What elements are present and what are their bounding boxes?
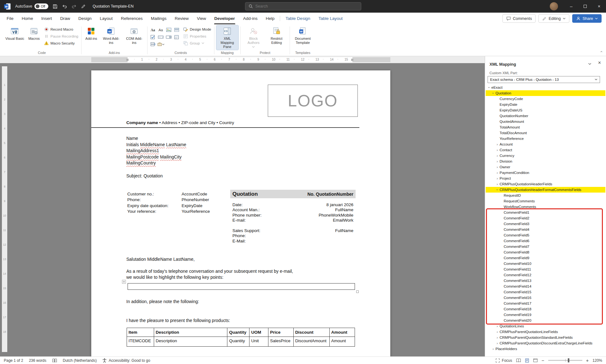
tree-item-quotationlines[interactable]: ›QuotationLines <box>486 323 605 329</box>
restrict-editing-button[interactable]: Restrict Editing <box>266 25 288 46</box>
language-indicator[interactable]: Dutch (Netherlands) <box>63 358 97 363</box>
tree-chevron-icon[interactable]: › <box>491 91 495 95</box>
tree-item-commentfield8[interactable]: CommentField8 <box>486 249 605 255</box>
tree-chevron-icon[interactable]: › <box>495 330 499 334</box>
date-picker-control-icon[interactable] <box>173 34 180 40</box>
tree-item-commentfield19[interactable]: CommentField19 <box>486 312 605 318</box>
products-table[interactable]: ItemDescriptionQuantityUOMPriceDiscountA… <box>127 328 355 347</box>
tree-item-quotation[interactable]: ›Quotation <box>486 90 605 96</box>
add-ins-button[interactable]: Add-ins <box>83 25 99 42</box>
tab-references[interactable]: References <box>117 13 147 24</box>
zoom-slider[interactable] <box>548 360 582 361</box>
tree-chevron-icon[interactable]: › <box>495 165 499 169</box>
tree-chevron-icon[interactable]: › <box>495 336 499 339</box>
tree-item-crmplusparentquotationlinefields[interactable]: ›CRMPlusParentQuotationLineFields <box>486 329 605 335</box>
table-cell[interactable]: Unit <box>249 337 268 347</box>
record-macro-button[interactable]: Record Macro <box>43 27 79 32</box>
tree-item-commentfield12[interactable]: CommentField12 <box>486 272 605 278</box>
tree-item-quotationnumber[interactable]: QuotationNumber <box>486 113 605 119</box>
com-add-ins-button[interactable]: COM Add-ins <box>123 25 145 46</box>
tree-chevron-icon[interactable]: › <box>495 341 499 345</box>
horizontal-ruler[interactable]: 1·2·3·4·5·6·7·8·9·10·11·12·13·14·15· <box>0 56 485 63</box>
tree-item-division[interactable]: ›Division <box>486 158 605 164</box>
maximize-button[interactable] <box>578 0 592 13</box>
macros-button[interactable]: Macros <box>26 25 42 42</box>
tree-item-commentfield4[interactable]: CommentField4 <box>486 227 605 232</box>
tab-design[interactable]: Design <box>74 13 96 24</box>
read-mode-icon[interactable] <box>516 358 521 362</box>
checkbox-control-icon[interactable] <box>149 34 157 40</box>
table-cell[interactable]: SalesPrice <box>268 337 293 347</box>
document-page[interactable]: LOGO Company name • Address • ZIP-code a… <box>91 70 390 356</box>
tab-layout[interactable]: Layout <box>96 13 117 24</box>
repeating-section-control-icon[interactable] <box>149 41 157 48</box>
tree-item-crmplusquotationheaderfields[interactable]: ›CRMPlusQuotationHeaderFields <box>486 181 605 187</box>
tree-item-totaldiscamount[interactable]: TotalDiscAmount <box>486 130 605 136</box>
tree-item-commentfield18[interactable]: CommentField18 <box>486 306 605 312</box>
table-cell[interactable]: Amount <box>329 337 355 347</box>
tab-view[interactable]: View <box>193 13 210 24</box>
word-count[interactable]: 236 words <box>29 358 46 363</box>
tree-item-commentfield5[interactable]: CommentField5 <box>486 232 605 238</box>
tab-review[interactable]: Review <box>171 13 193 24</box>
tab-insert[interactable]: Insert <box>37 13 56 24</box>
tree-item-account[interactable]: ›Account <box>486 141 605 147</box>
tree-item-expirydateus[interactable]: ExpiryDateUS <box>486 107 605 113</box>
undo-icon[interactable] <box>62 4 67 9</box>
pane-options-chevron-icon[interactable] <box>588 63 591 65</box>
tree-item-eexact[interactable]: ›eExact <box>486 85 605 90</box>
collapse-ribbon-icon[interactable]: › <box>598 51 603 52</box>
customize-pen-icon[interactable] <box>81 4 86 9</box>
tree-item-commentfield2[interactable]: CommentField2 <box>486 215 605 221</box>
design-mode-button[interactable]: Design Mode <box>182 27 212 32</box>
comments-button[interactable]: Comments <box>502 14 536 23</box>
zoom-slider-knob[interactable] <box>568 358 569 362</box>
tree-item-expirydate[interactable]: ExpiryDate <box>486 102 605 107</box>
tree-chevron-icon[interactable]: › <box>495 142 499 146</box>
tree-item-paymentcondition[interactable]: ›PaymentCondition <box>486 170 605 176</box>
macro-security-button[interactable]: Macro Security <box>43 40 79 46</box>
tree-chevron-icon[interactable]: › <box>487 86 491 90</box>
tree-item-commentfield1[interactable]: CommentField1 <box>486 210 605 215</box>
tree-item-yourreference[interactable]: YourReference <box>486 136 605 141</box>
tree-chevron-icon[interactable]: › <box>495 176 499 180</box>
tree-item-commentfield16[interactable]: CommentField16 <box>486 295 605 301</box>
tree-item-requestcomments[interactable]: RequestComments <box>486 198 605 204</box>
tree-item-commentfield3[interactable]: CommentField3 <box>486 221 605 227</box>
save-icon[interactable] <box>52 4 58 9</box>
tree-item-commentfield11[interactable]: CommentField11 <box>486 266 605 272</box>
tree-chevron-icon[interactable]: › <box>491 347 495 351</box>
close-button[interactable]: × <box>592 0 606 13</box>
tab-developer[interactable]: Developer <box>210 13 239 24</box>
tree-chevron-icon[interactable]: › <box>495 159 499 163</box>
search-input[interactable] <box>255 4 358 9</box>
autosave-toggle[interactable]: Off <box>34 3 48 9</box>
table-cell[interactable]: Description <box>154 337 227 347</box>
share-button[interactable]: Share <box>572 14 602 23</box>
page-indicator[interactable]: Page 1 of 2 <box>4 358 23 363</box>
tab-home[interactable]: Home <box>18 13 37 24</box>
tree-chevron-icon[interactable]: › <box>495 171 499 175</box>
tree-item-crmplusparentquotationstandardlinefields[interactable]: ›CRMPlusParentQuotationStandardLineField… <box>486 335 605 340</box>
word-add-ins-button[interactable]: WWord Add-ins <box>100 25 122 46</box>
visual-basic-button[interactable]: Visual Basic <box>4 25 25 42</box>
tab-add-ins[interactable]: Add-ins <box>239 13 262 24</box>
zoom-in-icon[interactable]: + <box>586 358 589 363</box>
tree-item-commentfield14[interactable]: CommentField14 <box>486 283 605 289</box>
accessibility-status[interactable]: Accessibility: Good to go <box>102 358 150 363</box>
tab-help[interactable]: Help <box>262 13 279 24</box>
table-resize-handle[interactable] <box>356 290 359 293</box>
proofing-errors-icon[interactable] <box>52 358 57 363</box>
word-logo-icon[interactable]: W <box>4 3 11 10</box>
focus-button[interactable]: Focus <box>495 358 512 363</box>
tree-item-currencycode[interactable]: CurrencyCode <box>486 96 605 102</box>
tree-chevron-icon[interactable]: › <box>495 324 499 328</box>
tree-item-quotedamount[interactable]: QuotedAmount <box>486 119 605 124</box>
tree-chevron-icon[interactable]: › <box>495 148 499 152</box>
tree-item-project[interactable]: ›Project <box>486 176 605 181</box>
tree-item-commentfield6[interactable]: CommentField6 <box>486 238 605 244</box>
print-layout-icon[interactable] <box>525 358 529 363</box>
zoom-out-icon[interactable]: − <box>542 358 544 363</box>
tree-item-crmplusparentquotationdiscountextrachargelinefields[interactable]: ›CRMPlusParentQuotationDiscountExtraChar… <box>486 340 605 346</box>
pane-close-icon[interactable]: × <box>598 60 601 66</box>
